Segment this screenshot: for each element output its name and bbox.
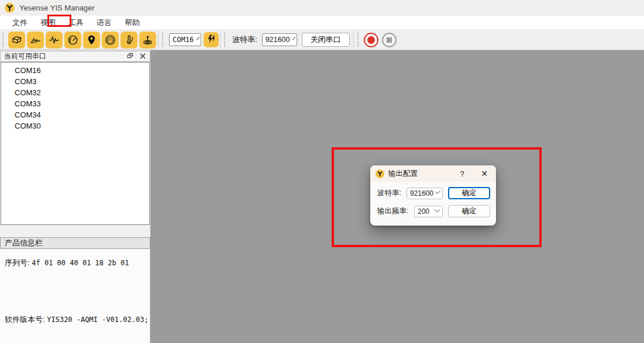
record-icon — [367, 36, 375, 44]
toolbar-separator — [220, 32, 221, 48]
cube-3d-button[interactable] — [8, 32, 25, 48]
port-list-item[interactable]: COM30 — [1, 120, 149, 131]
dialog-title: 输出配置 — [388, 169, 455, 179]
close-icon — [140, 52, 146, 61]
temperature-button[interactable] — [120, 32, 137, 48]
software-version-value: YIS320 -AQMI -V01.02.03; — [47, 316, 148, 324]
attitude-curve-icon — [29, 34, 42, 46]
toolbar-drag-handle[interactable] — [357, 33, 360, 47]
stop-button[interactable] — [382, 33, 397, 47]
lightning-icon — [206, 34, 216, 46]
chevron-down-icon — [292, 36, 296, 40]
close-port-button[interactable]: 关闭串口 — [302, 33, 350, 47]
dialog-close-button[interactable]: ✕ — [477, 169, 491, 178]
dialog-help-button[interactable]: ? — [455, 169, 469, 178]
menu-view[interactable]: 视图 — [34, 16, 62, 30]
svg-text:UTC: UTC — [107, 39, 113, 41]
output-config-dialog: 输出配置 ? ✕ 波特率: 921600 确定 输出频率: 200 确定 — [370, 165, 496, 226]
toolbar: UTC — [0, 30, 644, 50]
baud-select-value: 921600 — [266, 36, 290, 44]
title-bar: Yesense YIS Manager — [0, 0, 644, 16]
port-list-item[interactable]: COM33 — [1, 98, 149, 109]
port-list-item[interactable]: COM32 — [1, 87, 149, 98]
waveform-icon — [48, 34, 60, 46]
serial-number-label: 序列号: — [5, 258, 30, 267]
port-list[interactable]: COM16 COM3 COM32 COM33 COM34 COM30 — [1, 62, 150, 225]
dialog-body: 波特率: 921600 确定 输出频率: 200 确定 — [370, 182, 496, 219]
float-panel-button[interactable] — [125, 52, 136, 61]
panel-splitter[interactable] — [0, 225, 150, 237]
location-button[interactable] — [83, 32, 100, 48]
baud-confirm-button[interactable]: 确定 — [448, 187, 490, 199]
menu-bar: 文件 视图 工具 语言 帮助 — [0, 16, 644, 30]
toolbar-separator — [353, 32, 354, 48]
attitude-curve-button[interactable] — [27, 32, 44, 48]
product-info-title: 产品信息栏 — [5, 238, 43, 248]
serial-ports-panel: 当前可用串口 COM16 COM3 COM32 COM33 COM34 — [0, 50, 150, 343]
app-window: Yesense YIS Manager 文件 视图 工具 语言 帮助 — [0, 0, 644, 343]
baud-rate-label: 波特率: — [232, 34, 257, 45]
record-button[interactable] — [364, 33, 378, 47]
dialog-baud-value: 921600 — [410, 189, 433, 198]
dialog-title-bar: 输出配置 ? ✕ — [370, 165, 496, 182]
magnetic-pin-icon — [142, 34, 154, 46]
dialog-logo-icon — [376, 169, 384, 178]
utc-clock-button[interactable]: UTC — [102, 32, 119, 48]
menu-file[interactable]: 文件 — [6, 16, 34, 30]
magnetic-pin-button[interactable] — [139, 32, 156, 48]
stop-icon — [387, 37, 392, 43]
serial-number-row: 序列号: 4f 01 00 40 01 18 2b 01 — [5, 258, 129, 268]
gauge-button[interactable] — [64, 32, 81, 48]
window-title: Yesense YIS Manager — [19, 4, 95, 12]
toolbar-separator — [158, 32, 159, 48]
menu-language[interactable]: 语言 — [90, 16, 118, 30]
toolbar-drag-handle[interactable] — [162, 33, 164, 47]
product-info-body: 序列号: 4f 01 00 40 01 18 2b 01 软件版本号: YIS3… — [0, 249, 150, 343]
close-panel-button[interactable] — [137, 52, 148, 61]
serial-ports-panel-title: 当前可用串口 — [4, 51, 123, 61]
output-rate-row: 输出频率: 200 确定 — [377, 204, 490, 219]
baud-rate-row: 波特率: 921600 确定 — [377, 186, 490, 200]
float-panel-icon — [127, 52, 133, 61]
port-list-item[interactable]: COM34 — [1, 109, 149, 120]
dialog-baud-select[interactable]: 921600 — [407, 188, 443, 199]
gauge-icon — [67, 34, 79, 46]
refresh-ports-button[interactable] — [204, 32, 219, 47]
location-pin-icon — [85, 34, 98, 46]
toolbar-drag-handle[interactable] — [2, 33, 5, 47]
utc-clock-icon: UTC — [104, 34, 116, 46]
baud-select[interactable]: 921600 — [262, 33, 297, 46]
serial-number-value: 4f 01 00 40 01 18 2b 01 — [32, 259, 129, 267]
dialog-rate-select[interactable]: 200 — [414, 206, 443, 217]
dialog-baud-label: 波特率: — [377, 188, 401, 198]
port-list-item[interactable]: COM16 — [1, 65, 149, 76]
temperature-icon — [123, 34, 135, 46]
rate-confirm-button[interactable]: 确定 — [448, 205, 490, 217]
app-logo-icon — [5, 3, 15, 13]
chevron-down-icon — [197, 36, 200, 40]
menu-help[interactable]: 帮助 — [118, 16, 146, 30]
toolbar-drag-handle[interactable] — [224, 33, 226, 47]
software-version-label: 软件版本号: — [5, 315, 45, 324]
dialog-rate-label: 输出频率: — [377, 206, 408, 216]
dialog-rate-value: 200 — [418, 207, 429, 216]
chevron-down-icon — [435, 189, 440, 193]
software-version-row: 软件版本号: YIS320 -AQMI -V01.02.03; — [5, 314, 149, 325]
waveform-button[interactable] — [46, 32, 63, 48]
chevron-down-icon — [435, 207, 440, 213]
product-info-header: 产品信息栏 — [0, 237, 150, 249]
port-select-value: COM16 — [173, 36, 194, 44]
cube-3d-icon — [11, 34, 23, 46]
serial-ports-panel-header: 当前可用串口 — [0, 51, 150, 62]
port-select[interactable]: COM16 — [169, 33, 201, 46]
menu-tools[interactable]: 工具 — [62, 16, 90, 30]
port-list-item[interactable]: COM3 — [1, 76, 149, 87]
